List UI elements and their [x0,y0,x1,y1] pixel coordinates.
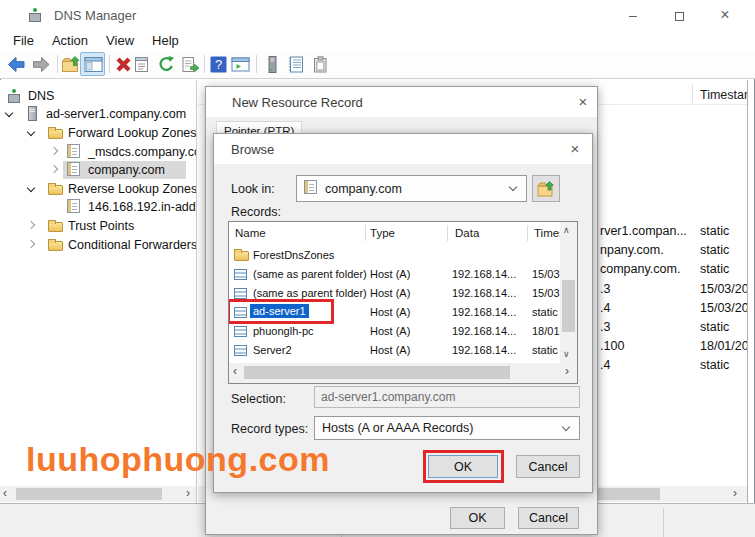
server-status-icon[interactable] [262,54,283,75]
scroll-right-icon[interactable]: › [186,487,190,500]
annotation-box-ok [423,450,504,483]
zone-icon [67,144,80,161]
scrollbar-thumb[interactable] [16,488,162,500]
chevron-down-icon [509,183,517,191]
zone-icon [67,199,80,216]
tree-item-forward-lookup-zones[interactable]: Forward Lookup Zones [0,124,197,142]
close-icon: × [720,6,729,23]
chevron-collapsed-icon[interactable] [50,147,58,155]
scroll-left-icon[interactable]: ‹ [233,365,237,378]
chevron-expanded-icon[interactable] [5,109,13,117]
scroll-left-icon[interactable]: ‹ [3,487,7,500]
column-header-timestamp[interactable]: Timestamp [700,88,748,102]
address-list-icon[interactable] [286,54,307,75]
zone-icon [304,180,317,197]
selection-field[interactable] [314,386,580,408]
cancel-button[interactable]: Cancel [516,455,580,478]
table-row[interactable]: .315/03/202 [600,282,748,300]
chevron-collapsed-icon[interactable] [27,240,35,248]
menu-help[interactable]: Help [143,31,188,50]
list-item[interactable]: (same as parent folder) Host (A) 192.168… [229,265,559,284]
properties-icon[interactable] [131,54,152,75]
tree-item-company-com[interactable]: company.com [0,161,197,179]
records-list: Name Type Data Timestamp ForestDnsZones … [228,221,578,384]
table-row[interactable]: .4static [600,358,748,376]
minimize-button[interactable]: – [610,0,656,30]
close-button[interactable]: × [702,0,748,30]
tree-item-reverse-lookup-zones[interactable]: Reverse Lookup Zones [0,180,197,198]
column-header-name[interactable]: Name [235,227,266,239]
folder-icon [48,182,63,198]
chevron-collapsed-icon[interactable] [27,221,35,229]
tree-item-msdcs-zone[interactable]: _msdcs.company.com [0,143,197,161]
minimize-icon: – [629,7,637,23]
look-in-dropdown[interactable]: company.com [296,175,527,202]
scroll-right-icon[interactable]: › [733,487,737,500]
tree-horizontal-scrollbar[interactable]: ‹ › [0,486,197,502]
back-icon[interactable] [6,54,27,75]
selection-label: Selection: [231,392,286,406]
window-title: DNS Manager [54,8,136,23]
table-row[interactable]: npany.com.static [600,243,748,261]
forward-icon[interactable] [31,54,52,75]
svg-text:?: ? [215,57,222,72]
chevron-expanded-icon[interactable] [27,128,35,136]
tree-item-conditional-forwarders[interactable]: Conditional Forwarders [0,236,197,254]
menu-action[interactable]: Action [43,31,97,50]
dialog-title: New Resource Record [232,95,363,110]
list-item[interactable]: ForestDnsZones [229,246,559,265]
refresh-icon[interactable] [156,54,177,75]
tree-item-trust-points[interactable]: Trust Points [0,217,197,235]
tree-item-ad-server1[interactable]: ad-server1.company.com [0,105,197,123]
new-window-icon[interactable] [230,54,251,75]
copy-icon[interactable] [310,54,331,75]
records-vertical-scrollbar[interactable]: ∧ ∨ [560,222,577,363]
table-row[interactable]: .10018/01/202 [600,339,748,357]
table-row[interactable]: .415/03/202 [600,301,748,319]
menu-bar: File Action View Help [0,30,755,51]
app-icon [28,8,41,24]
table-row[interactable]: .3static [600,320,748,338]
close-button[interactable]: × [566,140,584,158]
scroll-up-icon[interactable]: ∧ [563,224,570,237]
watermark: luuhophuong.com [26,440,330,479]
scrollbar-thumb[interactable] [244,366,510,379]
folder-icon [48,219,63,235]
column-header-type[interactable]: Type [370,227,395,239]
look-in-value: company.com [325,182,402,196]
show-console-tree-icon[interactable] [83,54,104,75]
scroll-right-icon[interactable]: › [565,365,569,378]
folder-icon [48,238,63,254]
folder-icon [234,249,249,264]
up-one-level-button[interactable] [532,175,560,202]
title-bar: DNS Manager – × [0,0,755,30]
table-row[interactable]: company.com.static [600,262,748,280]
chevron-expanded-icon[interactable] [27,184,35,192]
record-types-dropdown[interactable]: Hosts (A or AAAA Records) [314,416,580,440]
up-one-level-icon [537,180,556,198]
dialog-title: Browse [231,142,274,157]
up-one-level-icon[interactable] [61,54,82,75]
tree-item-reverse-zone[interactable]: 146.168.192.in-addr.arpa [0,198,197,216]
chevron-collapsed-icon[interactable] [50,165,58,173]
maximize-button[interactable] [656,0,702,30]
close-icon: × [579,93,588,110]
column-header-timestamp[interactable]: Timestamp [534,227,560,239]
menu-view[interactable]: View [97,31,143,50]
records-label: Records: [231,205,281,219]
scrollbar-thumb[interactable] [562,280,575,332]
export-list-icon[interactable] [180,54,201,75]
ok-button[interactable]: OK [450,507,505,529]
records-horizontal-scrollbar[interactable]: ‹ › [229,363,578,384]
close-button[interactable]: × [574,93,592,111]
record-types-label: Record types: [231,422,308,436]
column-header-data[interactable]: Data [455,227,479,239]
list-item[interactable]: phuonglh-pc Host (A) 192.168.14... 18/01 [229,322,559,341]
table-row[interactable]: rver1.compan...static [600,224,748,242]
scroll-down-icon[interactable]: ∨ [563,348,570,361]
help-icon[interactable]: ? [208,54,229,75]
menu-file[interactable]: File [4,31,43,50]
tree-root-dns[interactable]: DNS [0,87,197,105]
list-item[interactable]: Server2 Host (A) 192.168.14... static [229,341,559,360]
cancel-button[interactable]: Cancel [518,507,579,529]
